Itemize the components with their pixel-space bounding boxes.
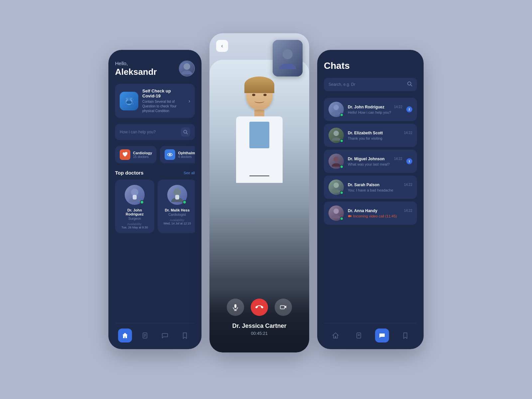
chat-online-4 [340,217,343,220]
video-top-bar: ‹ [209,33,309,76]
avatar[interactable] [179,61,195,76]
greeting-text: Hello, [115,61,157,66]
nav-chat[interactable] [158,329,172,342]
nav-home[interactable] [118,329,132,342]
chat-item-0[interactable]: Dr. John Rodriguez 14:22 Hello! How i ca… [324,98,417,121]
category-ophthalmology[interactable]: Ophthalmology 4 doctors [160,146,195,163]
svg-point-39 [333,183,339,188]
doctor-avatar-0 [125,185,145,205]
chat-search-bar[interactable]: Search, e.g. Dr [324,78,417,91]
ophthalmology-icon [165,149,175,160]
svg-point-35 [333,131,339,136]
end-call-button[interactable] [251,299,268,316]
mic-button[interactable] [227,299,244,316]
online-dot-0 [140,200,144,204]
bottom-nav-right [324,323,417,342]
search-bar[interactable]: How i can help you? [115,124,195,140]
nav-right-chat[interactable] [375,329,389,342]
chat-item-4[interactable]: Dr. Anna Handy 14:22 Incoming video call… [324,201,417,225]
svg-rect-43 [348,215,350,217]
chat-name-row-1: Dr. Elizabeth Scott 14:22 [348,131,412,135]
chat-avatar-0 [329,102,344,117]
chat-name-row-0: Dr. John Rodriguez 14:22 [348,105,402,109]
svg-point-36 [332,137,340,141]
chats-title: Chats [324,61,417,71]
nav-right-home[interactable] [329,329,342,342]
chat-item-3[interactable]: Dr. Sarah Palson 14:22 You: I have a bad… [324,176,417,199]
svg-point-38 [332,163,340,167]
svg-point-1 [182,70,192,74]
covid-icon [120,92,138,110]
chat-msg-0: Hello! How i can help you? [348,110,402,114]
svg-point-15 [131,189,138,196]
doctors-section-header: Top doctors See all [115,170,195,176]
svg-point-10 [132,103,134,104]
doctor-avatar-1 [167,185,187,205]
nav-right-records[interactable] [352,329,366,342]
chat-badge-0: 2 [406,106,412,112]
chat-msg-1: Thank you for visiting [348,136,412,140]
categories-row: Cardiology 15 doctors Ophthalmology 4 do… [115,146,195,163]
chat-video-msg-4: Incoming video call (11:45) [348,214,412,218]
chat-search-placeholder: Search, e.g. Dr [329,82,355,87]
middle-phone: ‹ [209,33,309,352]
chat-time-4: 14:22 [404,209,412,212]
svg-rect-27 [234,304,236,308]
svg-line-32 [411,85,412,86]
nav-right-bookmark[interactable] [398,329,412,342]
svg-point-18 [174,189,181,196]
svg-point-40 [332,189,340,193]
chat-name-4: Dr. Anna Handy [348,208,377,213]
search-icon[interactable] [181,127,190,137]
doctor-card-0[interactable]: Dr. John Rodriguez Surgeon Availability:… [115,180,154,233]
svg-rect-20 [175,195,179,200]
svg-point-41 [333,208,339,214]
chat-name-2: Dr. Miguel Johnson [348,157,385,161]
nav-bookmark[interactable] [178,329,192,342]
doctor-avail-label-0: Availability: [127,222,142,226]
greeting-block: Hello, Aleksandr [115,61,157,77]
cardiology-label: Cardiology 15 doctors [133,151,152,159]
chat-search-icon[interactable] [407,81,412,88]
covid-card[interactable]: Self Check up Covid-19 Contain Several l… [115,84,195,118]
chat-info-4: Dr. Anna Handy 14:22 Incoming video call… [348,208,412,218]
category-cardiology[interactable]: Cardiology 15 doctors [115,146,157,163]
svg-point-25 [283,49,293,59]
doctor-name-0: Dr. John Rodriguez [119,208,150,216]
chat-msg-2: What was your last meal? [348,162,402,166]
left-phone: Hello, Aleksandr [108,50,201,349]
chat-name-3: Dr. Sarah Palson [348,183,379,187]
svg-rect-30 [280,306,285,309]
nav-records[interactable] [138,329,152,342]
back-button[interactable]: ‹ [216,40,228,52]
svg-point-5 [128,98,130,100]
chat-avatar-4 [329,205,344,221]
chat-avatar-2 [329,154,344,169]
doctor-card-1[interactable]: Dr. Malik Hess Cardiologist Availability… [158,180,195,233]
chat-info-2: Dr. Miguel Johnson 14:22 What was your l… [348,157,402,166]
chat-item-2[interactable]: Dr. Miguel Johnson 14:22 What was your l… [324,150,417,173]
svg-point-42 [332,215,340,218]
chat-name-row-4: Dr. Anna Handy 14:22 [348,208,412,213]
camera-button[interactable] [275,299,292,316]
chat-info-3: Dr. Sarah Palson 14:22 You: I have a bad… [348,183,412,192]
svg-point-14 [169,154,171,156]
ophthalmology-label: Ophthalmology 4 doctors [178,151,195,159]
svg-point-33 [333,105,339,110]
svg-point-7 [124,99,126,100]
chat-time-3: 14:22 [404,183,412,187]
see-all-link[interactable]: See all [184,171,195,175]
left-header: Hello, Aleksandr [115,61,195,77]
chat-info-0: Dr. John Rodriguez 14:22 Hello! How i ca… [348,105,402,114]
online-dot-1 [183,200,187,204]
svg-rect-17 [133,195,137,200]
svg-rect-6 [126,101,132,104]
chat-badge-2: 1 [406,158,412,164]
doctor-avail-time-1: Wed, 14 Jul at 12:15 [164,222,191,225]
chat-list: Dr. John Rodriguez 14:22 Hello! How i ca… [324,98,417,323]
chat-msg-3: You: I have a bad headache [348,188,412,192]
doctor-name-1: Dr. Malik Hess [165,208,190,212]
svg-point-37 [333,157,339,162]
doctor-avail-time-0: Tue, 26 May at 9:30 [121,226,148,229]
chat-item-1[interactable]: Dr. Elizabeth Scott 14:22 Thank you for … [324,124,417,147]
